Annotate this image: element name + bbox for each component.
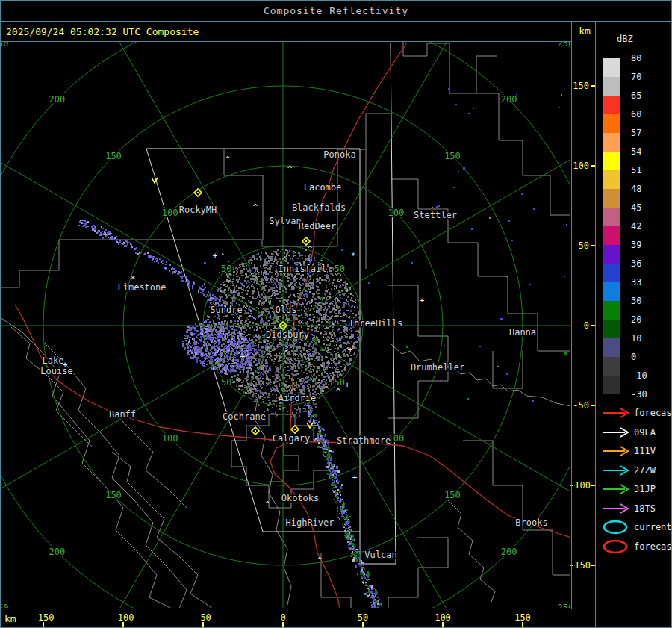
bottom-axis-tick	[122, 622, 124, 627]
scale-value-label: -30	[631, 389, 656, 400]
legend-item-label: 27ZW	[634, 465, 656, 476]
separator-line	[0, 609, 596, 609]
legend-item-label: current	[634, 522, 672, 532]
scale-value-label: 65	[631, 90, 656, 101]
legend-item-label: 09EA	[634, 427, 656, 438]
place-label: Lacombe	[304, 182, 342, 193]
range-ring-label: 150	[105, 151, 122, 161]
range-ring-label: 150	[105, 490, 122, 500]
map-point-marker: +	[345, 380, 350, 390]
radar-app-window: Composite_Reflectivity 50505050100100100…	[0, 0, 672, 628]
scale-value-label: 0	[631, 352, 656, 362]
range-ring-label: 100	[162, 208, 178, 218]
range-ring-label: 150	[444, 490, 461, 500]
bottom-axis-tick-label: 150	[506, 612, 539, 623]
scale-value-label: 54	[631, 146, 656, 157]
bottom-axis-tick	[442, 622, 444, 627]
right-axis-tick-label: -150	[569, 560, 589, 571]
legend-item-label: 31JP	[634, 484, 656, 494]
legend-item: 111V	[601, 444, 670, 461]
scale-value-label: 57	[631, 128, 656, 138]
timestamp-label: 2025/09/24 05:02:32 UTC Composite	[6, 26, 199, 37]
color-swatch	[603, 114, 620, 133]
place-label: Sylvan	[269, 216, 301, 226]
color-swatch	[603, 133, 620, 152]
legend-item: 31JP	[601, 482, 670, 500]
bottom-axis-tick-label: -100	[107, 612, 140, 623]
legend-ellipse-icon	[601, 539, 631, 554]
scale-value-label: 51	[631, 165, 656, 175]
place-label: Okotoks	[281, 493, 320, 503]
map-point-marker: ^	[265, 500, 270, 509]
scale-value-label: 70	[631, 72, 656, 82]
color-swatch	[603, 245, 620, 264]
bottom-axis-tick-label: -150	[27, 612, 60, 623]
legend-item: current	[601, 520, 670, 538]
bottom-axis-tick-label: 50	[346, 612, 379, 623]
color-swatch	[603, 320, 620, 338]
place-label: Innisfail	[278, 264, 326, 274]
legend-item-label: forecast	[634, 541, 672, 552]
place-label: RedDeer	[299, 221, 337, 231]
right-axis-tick-label: -50	[569, 400, 589, 411]
bottom-axis-tick	[282, 622, 284, 627]
place-label: Didsbury	[266, 329, 309, 340]
legend-item: 27ZW	[601, 463, 670, 481]
legend-item-label: 111V	[634, 446, 656, 456]
legend-item: 09EA	[601, 425, 670, 443]
color-swatch	[603, 338, 620, 357]
map-point-marker: ^	[225, 155, 231, 164]
scale-value-label: 60	[631, 109, 656, 119]
color-swatch	[603, 357, 620, 376]
map-point-marker: *	[351, 251, 356, 261]
scale-value-label: 80	[631, 53, 656, 63]
place-label: Banff	[109, 409, 136, 420]
map-point-marker: ^	[336, 387, 341, 397]
map-point-marker: +	[213, 251, 218, 261]
separator-line	[595, 22, 596, 627]
range-ring-label: 250	[0, 38, 9, 49]
place-label: HighRiver	[285, 517, 334, 528]
place-label: Cochrane	[223, 411, 266, 422]
color-swatch	[603, 77, 620, 96]
place-label: Drumheller	[411, 362, 464, 373]
bottom-axis-tick	[362, 622, 364, 627]
map-point-marker: ^	[284, 349, 289, 358]
scale-value-label: 36	[631, 258, 656, 269]
place-label: Lake	[43, 355, 64, 366]
color-scale-title: dBZ	[617, 34, 633, 44]
map-point-marker: +	[240, 352, 246, 361]
scale-value-label: 39	[631, 240, 656, 250]
place-label: Louise	[40, 366, 72, 376]
scale-value-label: 30	[631, 296, 656, 306]
color-swatch	[603, 189, 620, 208]
color-swatch	[603, 226, 620, 245]
range-ring-label: 50	[221, 264, 231, 274]
map-point-marker: +	[420, 296, 425, 305]
legend-arrow-icon	[601, 501, 631, 516]
place-label: Limestone	[117, 282, 166, 293]
right-axis-unit-label: km	[575, 25, 594, 37]
scale-value-label: 20	[631, 314, 656, 325]
right-axis-tick-label: 50	[569, 240, 589, 251]
right-axis-tick-label: 100	[569, 161, 589, 171]
scale-value-label: 45	[631, 202, 656, 213]
bottom-axis-tick	[43, 622, 44, 627]
legend-arrow-icon	[601, 405, 631, 420]
legend-arrow-icon	[601, 463, 631, 478]
range-ring-label: 200	[49, 94, 66, 105]
color-swatch	[603, 282, 620, 301]
scale-value-label: 10	[631, 333, 656, 343]
range-ring-label: 200	[501, 94, 517, 105]
range-ring-label: 50	[221, 377, 231, 388]
place-label: ThreeHills	[349, 318, 402, 329]
place-label: Strathmore	[337, 435, 391, 446]
scale-value-label: 42	[631, 221, 656, 231]
range-ring-label: 50	[334, 377, 344, 388]
bottom-axis-tick-label: -50	[187, 612, 220, 623]
color-swatch	[603, 96, 620, 114]
legend-arrow-icon	[601, 425, 631, 440]
map-point-marker: ^	[253, 202, 258, 212]
map-point-marker: ^	[317, 556, 323, 565]
legend-arrow-icon	[601, 444, 631, 458]
